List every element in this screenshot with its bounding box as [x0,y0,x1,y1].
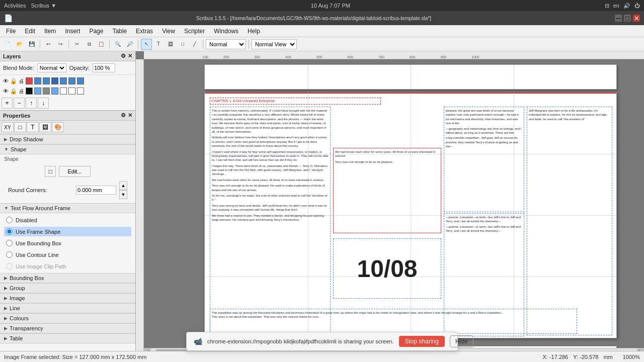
flow-contour-line-radio[interactable] [6,251,13,258]
shape-header[interactable]: ▼ Shape [0,144,135,154]
shape-tool[interactable]: □ [177,39,188,50]
maximize-button[interactable]: □ [624,15,631,22]
zoom-in-button[interactable]: 🔍 [112,39,123,50]
round-corners-up-btn[interactable]: ▲ [119,181,127,190]
flow-frame-shape-radio[interactable] [6,228,13,235]
paste-button[interactable]: 📋 [96,39,107,50]
edit-shape-button[interactable]: Edit... [59,166,90,177]
table-header[interactable]: ▶ Table [0,333,135,343]
menu-scripter[interactable]: Scripter [180,27,209,36]
lock-icon[interactable]: 🔒 [10,78,17,84]
layer-color-b1 [26,87,33,95]
text-frame-far-right[interactable]: Jeff Margrave was born to be a life-amba… [527,107,612,335]
view-mode-select[interactable]: Normal Preview [206,39,246,49]
lang-indicator: en [613,3,619,9]
line-header[interactable]: ▶ Line [0,303,135,313]
lock-icon-2[interactable]: 🔒 [10,88,17,95]
flow-contour-line-option[interactable]: Use Contour Line [4,250,131,259]
group-header[interactable]: ▶ Group [0,283,135,293]
delete-layer-button[interactable]: − [14,98,25,109]
select-tool[interactable]: ↖ [141,39,152,50]
line-expand-arrow: ▶ [4,306,8,311]
zoom-out-button[interactable]: 🔎 [124,39,135,50]
bounding-box-section: ▶ Bounding Box [0,273,135,283]
flow-image-clip-option[interactable]: Use Image Clip Path [4,261,131,271]
image-header[interactable]: ▶ Image [0,293,135,303]
prop-tab-color[interactable]: 🎨 [52,122,64,132]
menu-page[interactable]: Page [85,27,107,36]
undo-button[interactable]: ↩ [43,39,54,50]
flow-image-clip-radio[interactable] [6,263,13,269]
copy-button[interactable]: ⧉ [84,39,95,50]
flow-contour-line-label: Use Contour Line [16,252,59,258]
image-tool[interactable]: 🖼 [165,39,176,50]
text-tool[interactable]: T [153,39,164,50]
redo-button[interactable]: ↪ [55,39,66,50]
flow-disabled-radio[interactable] [6,217,13,223]
menu-insert[interactable]: Insert [61,27,84,36]
eye-icon[interactable]: 👁 [3,78,9,84]
text-frame-right-top[interactable]: pleased. His great aim was kinds of a ro… [444,107,524,212]
layers-options-icon[interactable]: ⚙ [121,53,126,59]
opacity-input[interactable] [93,63,115,72]
print-icon-2[interactable]: 🖨 [19,88,24,94]
prop-options-icon[interactable]: ⚙ [121,112,126,119]
round-corners-down-btn[interactable]: ▼ [119,190,127,199]
flow-bounding-box-radio[interactable] [6,240,13,246]
move-layer-down-button[interactable]: ↓ [38,98,49,109]
transparency-header[interactable]: ▶ Transparency [0,323,135,333]
app-name-badge[interactable]: Scribus ▼ [31,3,56,9]
flow-frame-shape-option[interactable]: Use Frame Shape [4,227,131,236]
minimize-button[interactable]: ─ [615,15,622,22]
date-frame[interactable]: 10/08 [333,238,441,299]
colours-header[interactable]: ▶ Colours [0,313,135,323]
text-frame-bottom[interactable]: The expedition was up among the thousand… [210,309,577,334]
line-tool[interactable]: ╱ [189,39,200,50]
stop-sharing-button[interactable]: Stop sharing [399,336,445,347]
menu-item[interactable]: Item [40,27,60,36]
view-preset-select[interactable]: Normal View Full Screen [252,39,297,49]
print-icon[interactable]: 🖨 [19,78,24,84]
activities-label[interactable]: Activities [4,3,26,9]
flow-bounding-box-option[interactable]: Use Bounding Box [4,238,131,248]
new-button[interactable]: 📄 [2,39,13,50]
prop-tab-position[interactable]: XY [2,122,14,132]
canvas-area[interactable]: 100 200 300 400 500 600 700 800 900 1000 [136,51,644,362]
text-flow-header[interactable]: ▼ Text Flow Around Frame [0,203,135,213]
chapter-header-frame[interactable]: CHAPTER 1: A Not Unnamed Enterprise [210,98,381,105]
text-frame-left[interactable]: This is written from memory, unfortunate… [210,107,331,333]
save-button[interactable]: 💾 [26,39,37,50]
layers-section: Layers ⚙ ✕ Blend Mode: Normal Opacity: 👁 [0,51,135,111]
open-button[interactable]: 📂 [14,39,25,50]
text-frame-middle[interactable]: We had known each other for some years. … [333,148,441,233]
menu-help[interactable]: Help [244,27,264,36]
prop-tab-shape[interactable]: □ [14,122,26,132]
cut-button[interactable]: ✂ [71,39,83,50]
move-layer-up-button[interactable]: ↑ [26,98,37,109]
close-button[interactable]: ✕ [633,15,640,22]
menu-windows[interactable]: Windows [210,27,243,36]
prop-tab-image[interactable]: 🖼 [39,122,51,132]
menu-extras[interactable]: Extras [132,27,157,36]
menu-view[interactable]: View [158,27,179,36]
shape-title: Shape [11,146,27,152]
prop-close-icon[interactable]: ✕ [128,112,132,119]
bounding-box-header[interactable]: ▶ Bounding Box [0,273,135,283]
layer-color-4 [51,77,58,84]
prop-tab-text[interactable]: T [27,122,39,132]
menu-edit[interactable]: Edit [21,27,39,36]
drop-shadow-header[interactable]: ▶ Drop Shadow [0,134,135,144]
layers-close-icon[interactable]: ✕ [128,53,132,59]
eye-icon-2[interactable]: 👁 [3,88,9,94]
blend-mode-select[interactable]: Normal [37,63,66,72]
round-corners-input[interactable] [76,186,116,195]
canvas-content[interactable]: CHAPTER 1: A Not Unnamed Enterprise This… [144,59,644,355]
shape-icon-btn-1[interactable]: □ [45,166,56,177]
layers-header: Layers ⚙ ✕ [0,51,135,61]
properties-icons: ⚙ ✕ [121,112,132,119]
hide-button[interactable]: Hide [450,335,473,347]
add-layer-button[interactable]: + [2,98,13,109]
menu-table[interactable]: Table [108,27,131,36]
menu-file[interactable]: File [2,27,20,36]
flow-disabled-option[interactable]: Disabled [4,215,131,225]
